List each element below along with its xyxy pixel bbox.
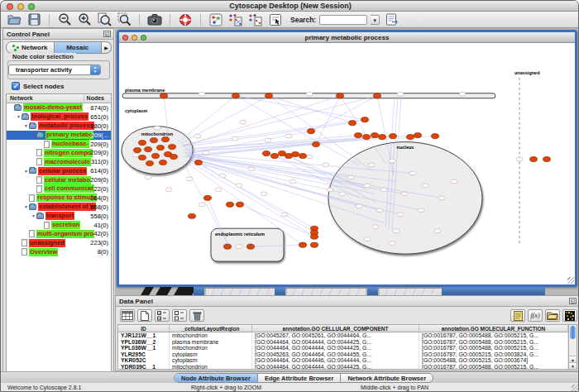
import-attributes-icon[interactable] [545, 309, 560, 322]
table-row[interactable]: YLR295Ccytoplasm[GO:0045263, GO:0044464,… [118, 351, 568, 358]
tree-row[interactable]: ▼metabolic process280(0) [7, 122, 111, 131]
network-view-frame[interactable]: primary metabolic process plasma membran… [117, 30, 577, 287]
float-panel-icon[interactable]: ◱ [103, 31, 111, 37]
tree-expand-arrow[interactable]: ▼ [23, 123, 29, 128]
attribute-table-icon[interactable] [120, 309, 135, 322]
layout-network-2-icon[interactable] [247, 12, 264, 26]
column-header[interactable]: _cellularLayoutRegion [170, 325, 252, 332]
window-resize-grip[interactable] [572, 385, 578, 391]
select-nodes-label: Select nodes [23, 83, 64, 90]
tree-row[interactable]: cellular metabo209(0) [7, 175, 111, 184]
attribute-notes-icon[interactable] [510, 309, 525, 322]
save-session-icon[interactable] [26, 12, 42, 26]
table-scrollbar[interactable]: ▲ ▼ [568, 324, 577, 370]
graph-node-selected [373, 93, 380, 98]
tree-row[interactable]: cell communicat22(0) [7, 184, 111, 194]
graph-node [240, 120, 246, 124]
region-label: unassigned [514, 70, 540, 75]
float-panel-icon[interactable]: ◱ [569, 298, 577, 304]
tree-row[interactable]: ▼primary metabo209(... [7, 131, 111, 140]
background-window[interactable] [194, 287, 204, 295]
tree-row[interactable]: multi-organism pro42(0) [7, 229, 111, 238]
tab-edge-attribute-browser[interactable]: Edge Attribute Browser [258, 374, 341, 382]
tree-expand-arrow[interactable]: ▼ [23, 169, 29, 174]
zoom-out-icon[interactable] [56, 12, 73, 26]
scrollbar-thumb[interactable] [570, 326, 576, 339]
tree-node-count: 558(0) [90, 203, 108, 211]
tab-overflow-arrow[interactable]: ▶ [102, 41, 112, 54]
open-file-icon[interactable] [6, 12, 22, 26]
node-color-select[interactable]: transporter activity ▲▼ [8, 65, 101, 75]
tree-row[interactable]: secretion41(0) [7, 221, 111, 230]
zoom-selected-icon[interactable] [116, 12, 132, 26]
graph-node [434, 229, 441, 233]
attribute-matrix-icon[interactable] [562, 309, 577, 322]
unselect-attributes-icon[interactable] [172, 309, 187, 322]
zoom-fit-icon[interactable] [96, 12, 112, 26]
tree-row[interactable]: macromolecule311(0) [7, 157, 111, 166]
table-row[interactable]: YPL036W__2plasma membrane[GO:0044464, GO… [118, 339, 568, 346]
formula-icon[interactable]: f(x) [528, 309, 543, 322]
annotation-icon[interactable] [267, 12, 284, 26]
tree-expand-arrow[interactable]: ▼ [31, 132, 36, 137]
new-attribute-icon[interactable] [137, 309, 152, 322]
table-row[interactable]: YPL036W__1mitochondrion[GO:0044464, GO:0… [118, 345, 568, 351]
zoom-in-icon[interactable] [76, 12, 93, 26]
tab-network[interactable]: Network [6, 41, 55, 54]
background-window[interactable] [141, 287, 154, 295]
column-header[interactable]: annotation.GO MOLECULAR_FUNCTION [419, 325, 568, 332]
region-label: cytoplasm [125, 108, 147, 113]
tree-row[interactable]: response to stimulu264(0) [7, 194, 111, 203]
select-attributes-icon[interactable] [155, 309, 170, 322]
network-frame-titlebar[interactable]: primary metabolic process [119, 32, 575, 43]
tree-row[interactable]: Overview8(0) [7, 247, 111, 256]
background-window[interactable] [206, 288, 275, 295]
delete-attribute-icon[interactable] [189, 309, 204, 322]
tree-expand-arrow[interactable]: ▼ [31, 213, 36, 218]
search-label: Search: [290, 16, 316, 24]
search-report-icon[interactable] [383, 12, 400, 26]
scroll-down-arrow[interactable]: ▼ [569, 362, 577, 369]
tree-row[interactable]: ▼establishment of lo558(0) [7, 203, 111, 212]
frame-resize-grip[interactable] [567, 277, 574, 284]
select-nodes-checkbox[interactable]: ✓ [12, 82, 20, 90]
background-window[interactable] [380, 288, 442, 295]
vizmapper-icon[interactable] [208, 12, 224, 26]
snapshot-camera-icon[interactable] [146, 12, 163, 26]
tree-row[interactable]: ▼cellular process614(0) [7, 166, 111, 175]
search-dropdown-arrow[interactable]: ▼ [371, 15, 380, 25]
background-window[interactable] [442, 287, 545, 295]
background-window[interactable] [287, 288, 366, 295]
tree-expand-arrow[interactable]: ▼ [16, 114, 22, 119]
network-canvas[interactable]: plasma membranecytoplasmmitochondrionnuc… [119, 43, 575, 284]
graph-node [418, 208, 424, 213]
background-window[interactable] [275, 287, 285, 295]
status-bar: Welcome to Cytoscape 2.8.1 Right-click +… [1, 383, 579, 392]
tree-row[interactable]: nucleobase-209(0) [7, 140, 111, 149]
tree-row[interactable]: nitrogen compo209(0) [7, 148, 111, 157]
background-window[interactable] [367, 287, 378, 295]
search-input[interactable] [319, 15, 367, 25]
region-label: plasma membrane [125, 88, 165, 93]
column-header[interactable]: ID [118, 325, 170, 332]
graph-node [393, 229, 400, 233]
background-window[interactable] [156, 287, 172, 295]
tab-network-attribute-browser[interactable]: Network Attribute Browser [341, 374, 433, 382]
tree-row[interactable]: mosaic-demo-yeast874(0) [7, 103, 111, 112]
tree-row[interactable]: ▼transport558(0) [7, 212, 111, 221]
layout-network-1-icon[interactable] [227, 12, 244, 26]
tab-mosaic[interactable]: Mosaic [55, 41, 103, 54]
table-row[interactable]: YDR039C__1mitochondrion[GO:0044464, GO:0… [118, 364, 568, 370]
table-row[interactable]: YKR052Ccytoplasm[GO:0044464, GO:0044446,… [118, 357, 568, 364]
tab-node-attribute-browser[interactable]: Node Attribute Browser [175, 374, 258, 382]
file-icon [22, 248, 27, 256]
tree-expand-arrow[interactable]: ▼ [23, 204, 29, 209]
scroll-up-arrow[interactable]: ▲ [569, 356, 577, 362]
tree-header[interactable]: Network Nodes [7, 94, 111, 103]
window-titlebar[interactable]: Cytoscape Desktop (New Session) [1, 1, 579, 12]
tree-row[interactable]: ▼biological_process651(0) [7, 112, 111, 122]
column-header[interactable]: annotation.GO CELLULAR_COMPONENT [252, 325, 419, 332]
tree-row[interactable]: unassigned223(0) [7, 238, 111, 247]
help-lifesaver-icon[interactable] [177, 12, 194, 26]
table-row[interactable]: YJR121W__1mitochondrion[GO:0045267, GO:0… [118, 332, 568, 339]
